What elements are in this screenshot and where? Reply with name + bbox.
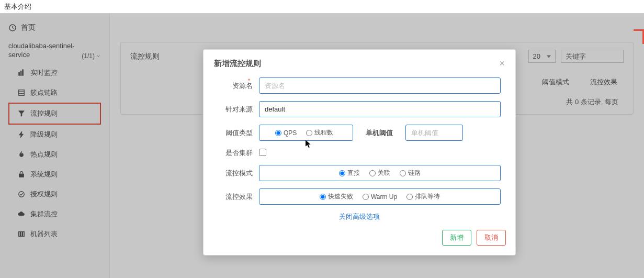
mode-direct-radio[interactable]: 直接	[339, 169, 360, 177]
threshold-thread-radio[interactable]: 线程数	[306, 128, 333, 137]
cluster-checkbox[interactable]	[259, 149, 266, 156]
mode-chain-radio[interactable]: 链路	[400, 169, 421, 177]
tab-title: 基本介绍	[4, 2, 31, 12]
effect-warmup-radio[interactable]: Warm Up	[363, 193, 397, 201]
effect-box: 快速失败 Warm Up 排队等待	[259, 188, 501, 205]
threshold-type-label: 阈值类型	[218, 128, 259, 138]
cancel-button[interactable]: 取消	[477, 230, 506, 246]
add-flow-rule-modal: 新增流控规则 × 资源名 针对来源 阈值类型 QPS 线程数 单机阈值	[203, 49, 516, 255]
mode-relate-radio[interactable]: 关联	[369, 169, 390, 177]
close-icon[interactable]: ×	[499, 58, 505, 69]
toggle-advanced[interactable]: 关闭高级选项	[218, 212, 501, 221]
source-input[interactable]	[259, 101, 501, 117]
effect-fastfail-radio[interactable]: 快速失败	[320, 192, 353, 201]
cluster-label: 是否集群	[218, 148, 259, 158]
mode-label: 流控模式	[218, 169, 259, 178]
threshold-qps-radio[interactable]: QPS	[275, 129, 297, 137]
mode-box: 直接 关联 链路	[259, 165, 501, 181]
threshold-type-box: QPS 线程数	[259, 125, 353, 141]
single-threshold-input[interactable]	[405, 125, 463, 141]
resource-input[interactable]	[259, 77, 501, 94]
effect-label: 流控效果	[218, 192, 259, 202]
submit-button[interactable]: 新增	[442, 230, 471, 246]
browser-tab-bar: 基本介绍	[0, 0, 644, 14]
single-threshold-label: 单机阈值	[366, 128, 393, 138]
modal-title: 新增流控规则	[214, 59, 261, 69]
resource-label: 资源名	[218, 81, 259, 91]
source-label: 针对来源	[218, 105, 259, 114]
effect-queue-radio[interactable]: 排队等待	[406, 192, 440, 201]
highlight-marker	[634, 29, 644, 44]
